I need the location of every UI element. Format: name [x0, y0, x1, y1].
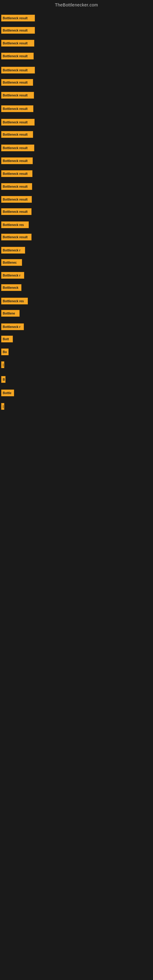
- bar-label: Bottleneck result: [3, 16, 27, 20]
- bar-item: Bottleneck result: [1, 183, 32, 190]
- bar-label: Bottleneck result: [3, 94, 27, 97]
- bar-label: Bo: [3, 350, 7, 354]
- bar-item: Bottleneck result: [1, 67, 35, 73]
- bar-item: Bottleneck result: [1, 196, 32, 203]
- bar-label: B: [3, 378, 5, 381]
- bar-label: Bottleneck result: [3, 121, 27, 124]
- bar-item: Bottleneck result: [1, 105, 33, 112]
- bar-item: Bottleneck result: [1, 145, 34, 151]
- bar-label: Bottleneck r: [3, 249, 21, 252]
- bar-label: Bottleneck result: [3, 146, 27, 150]
- bar-label: Bottleneck result: [3, 41, 27, 45]
- bar-label: Bottleneck result: [3, 235, 27, 239]
- bar-label: Bottleneck result: [3, 29, 27, 32]
- bar-label: Bottleneck result: [3, 54, 27, 58]
- bar-label: Bottleneck result: [3, 185, 27, 188]
- bar-item: Bottleneck result: [1, 170, 32, 177]
- bar-label: Bottleneck: [3, 286, 18, 290]
- bar-item: Bottleneck result: [1, 27, 35, 34]
- bar-label: Bottleneck r: [3, 274, 21, 277]
- bar-item: Bo: [1, 348, 9, 355]
- bar-label: Bottleneck res: [3, 299, 24, 303]
- bar-item: Bottleneck result: [1, 131, 33, 138]
- bar-label: |: [3, 405, 4, 408]
- bar-label: Bottlenec: [3, 261, 17, 264]
- bar-item: Bottleneck result: [1, 234, 32, 240]
- bar-label: Bottleneck result: [3, 107, 27, 111]
- bar-item: Bott: [1, 336, 13, 342]
- bar-label: Bottle: [3, 391, 11, 395]
- bar-item: |: [1, 403, 4, 410]
- bar-item: Bottleneck result: [1, 208, 32, 215]
- bar-item: Bottlenec: [1, 259, 22, 266]
- bar-item: Bottle: [1, 390, 14, 396]
- bar-item: Bottleneck result: [1, 79, 33, 86]
- bar-label: Bottleneck result: [3, 68, 27, 72]
- bar-label: Bottleneck result: [3, 81, 27, 84]
- bar-item: Bottleneck: [1, 284, 21, 291]
- bar-label: Bottlene: [3, 312, 15, 315]
- bar-label: Bottleneck result: [3, 198, 27, 201]
- bar-item: Bottleneck res: [1, 221, 29, 228]
- bar-item: Bottleneck result: [1, 119, 35, 126]
- bar-label: Bottleneck result: [3, 133, 27, 136]
- bar-item: Bottleneck result: [1, 92, 34, 99]
- bar-label: Bottleneck res: [3, 223, 24, 227]
- bar-item: Bottleneck r: [1, 323, 24, 330]
- bar-item: Bottleneck result: [1, 40, 34, 46]
- bar-item: Bottleneck result: [1, 15, 35, 21]
- bar-item: Bottlene: [1, 310, 19, 317]
- bar-item: B: [1, 376, 5, 383]
- bar-item: Bottleneck r: [1, 247, 25, 254]
- bar-label: Bottleneck result: [3, 159, 27, 162]
- bar-label: Bottleneck result: [3, 210, 27, 213]
- bar-item: Bottleneck result: [1, 158, 33, 164]
- bar-label: Bott: [3, 337, 9, 341]
- bar-label: |: [3, 363, 4, 367]
- site-title: TheBottlenecker.com: [0, 0, 153, 9]
- bar-item: |: [1, 361, 4, 368]
- bar-label: Bottleneck r: [3, 325, 21, 329]
- bar-item: Bottleneck res: [1, 298, 28, 304]
- bar-item: Bottleneck result: [1, 52, 33, 59]
- chart-area: Bottleneck resultBottleneck resultBottle…: [0, 9, 153, 973]
- bar-item: Bottleneck r: [1, 272, 24, 279]
- bar-label: Bottleneck result: [3, 172, 27, 175]
